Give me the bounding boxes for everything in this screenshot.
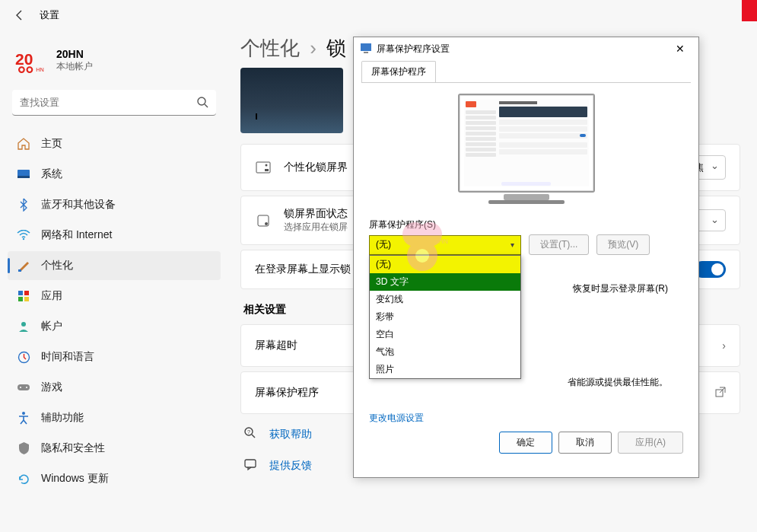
update-icon [17,472,30,486]
dialog-body: 屏幕保护程序(S) (无) ▾ (无) 3D 文字 变幻线 彩带 空白 气泡 照… [361,82,691,461]
chevron-right-icon: › [722,339,726,352]
monitor-preview [458,94,595,208]
back-button[interactable] [6,2,33,29]
svg-line-5 [205,104,208,107]
window-title: 设置 [40,8,59,22]
profile-logo: 20HN [15,44,47,76]
option-mystify[interactable]: 变幻线 [370,291,520,308]
window-close-stub [742,0,757,21]
screensaver-select-current[interactable]: (无) ▾ [369,235,521,255]
svg-text:HN: HN [36,66,44,73]
bluetooth-icon [17,198,30,212]
power-management-box: 省能源或提供最佳性能。 更改电源设置 [369,376,683,425]
card-label: 在登录屏幕上显示锁 [255,263,351,276]
svg-point-18 [26,387,27,388]
external-icon [715,387,726,400]
nav-label: 个性化 [41,259,73,272]
row-label: 屏幕超时 [255,339,297,352]
profile-block[interactable]: 20HN 20HN 本地帐户 [8,38,221,90]
brush-icon [17,259,30,272]
svg-rect-9 [18,269,21,272]
svg-rect-10 [18,291,23,295]
option-blank[interactable]: 空白 [370,326,520,343]
nav-apps[interactable]: 应用 [8,282,221,311]
search-wrap [12,90,216,116]
app-icon [255,212,272,229]
sidebar: 20HN 20HN 本地帐户 主页 系统 蓝牙和其他设备 网络和 Interne… [0,30,228,525]
dialog-tab-screensaver[interactable]: 屏幕保护程序 [361,61,436,83]
nav-accessibility[interactable]: 辅助功能 [8,403,221,432]
nav-label: 蓝牙和其他设备 [41,198,116,212]
help-icon: ? [243,426,259,442]
settings-button[interactable]: 设置(T)... [529,234,589,255]
lockscreen-preview [240,68,343,133]
search-input[interactable] [12,90,216,116]
card-sub: 选择应用在锁屏 [284,221,348,234]
preview-button[interactable]: 预览(V) [596,234,650,255]
screensaver-select[interactable]: (无) ▾ (无) 3D 文字 变幻线 彩带 空白 气泡 照片 [369,235,521,255]
svg-point-19 [22,412,25,415]
clock-icon [17,350,30,364]
nav-system[interactable]: 系统 [8,160,221,189]
nav-time[interactable]: 时间和语言 [8,342,221,371]
svg-point-17 [20,387,21,388]
svg-point-3 [27,67,33,72]
svg-point-4 [198,97,205,105]
screensaver-dialog: 屏幕保护程序设置 ✕ 屏幕保护程序 [353,37,699,478]
nav-bluetooth[interactable]: 蓝牙和其他设备 [8,190,221,219]
dialog-tabs: 屏幕保护程序 [354,60,698,82]
ok-button[interactable]: 确定 [499,432,552,454]
chevron-down-icon: ▾ [510,241,514,249]
help-label: 获取帮助 [269,428,312,441]
svg-rect-28 [245,460,256,467]
nav-update[interactable]: Windows 更新 [8,464,221,493]
apply-button[interactable]: 应用(A) [618,432,683,454]
nav-label: 网络和 Internet [41,228,112,242]
option-ribbons[interactable]: 彩带 [370,308,520,326]
breadcrumb-parent[interactable]: 个性化 [240,37,300,59]
screensaver-option-list: (无) 3D 文字 变幻线 彩带 空白 气泡 照片 [369,255,521,379]
svg-rect-13 [24,297,29,301]
svg-rect-7 [17,176,30,178]
nav-accounts[interactable]: 帐户 [8,312,221,341]
card-label: 锁屏界面状态 [284,207,348,221]
breadcrumb-current: 锁 [326,37,346,59]
option-bubbles[interactable]: 气泡 [370,343,520,361]
svg-point-14 [21,322,26,327]
nav-privacy[interactable]: 隐私和安全性 [8,434,221,463]
option-photos[interactable]: 照片 [370,361,520,378]
nav-label: 辅助功能 [41,411,84,425]
nav-gaming[interactable]: 游戏 [8,373,221,402]
dialog-close-button[interactable]: ✕ [668,43,692,55]
system-icon [17,167,30,181]
search-icon [196,96,208,111]
person-icon [17,320,30,333]
svg-point-8 [23,238,24,240]
nav-label: 系统 [41,167,62,181]
nav-label: 时间和语言 [41,350,94,364]
nav-network[interactable]: 网络和 Internet [8,221,221,250]
pm-link[interactable]: 更改电源设置 [369,412,424,425]
profile-name: 20HN [56,48,93,60]
nav-label: 应用 [41,289,62,303]
svg-text:?: ? [247,429,250,435]
svg-point-21 [266,164,268,167]
svg-rect-16 [17,384,30,390]
svg-rect-12 [18,297,23,301]
breadcrumb-sep: › [310,37,316,59]
nav-home[interactable]: 主页 [8,129,221,158]
nav-label: Windows 更新 [41,472,109,486]
dialog-title: 屏幕保护程序设置 [377,43,450,56]
svg-point-2 [19,67,24,72]
accessibility-icon [17,411,30,425]
nav-personalize[interactable]: 个性化 [8,251,221,280]
cancel-button[interactable]: 取消 [558,432,612,454]
dialog-titlebar: 屏幕保护程序设置 ✕ [354,37,698,60]
titlebar: 设置 [0,0,757,30]
nav-label: 帐户 [41,320,62,333]
svg-text:20: 20 [15,50,33,68]
dialog-icon [360,43,372,55]
option-none[interactable]: (无) [370,256,520,273]
option-3d-text[interactable]: 3D 文字 [370,273,520,291]
screensaver-section-label: 屏幕保护程序(S) [369,218,683,231]
